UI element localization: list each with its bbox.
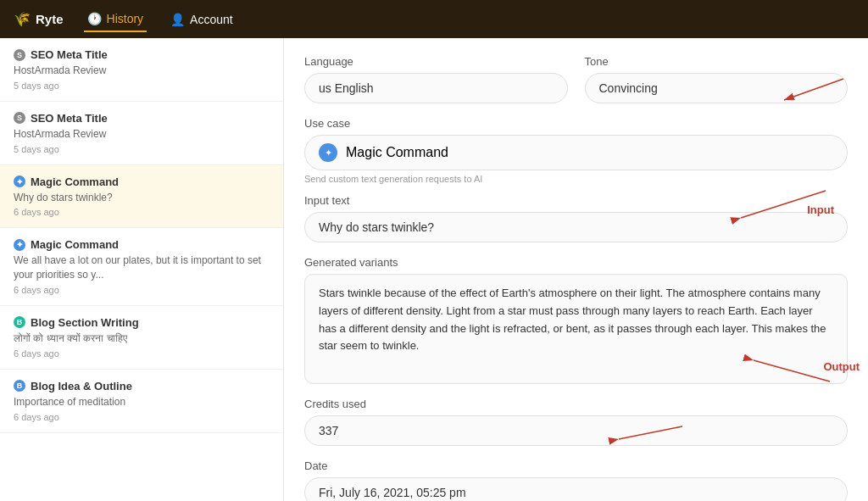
language-input[interactable]: [304, 73, 568, 103]
usecase-value: Magic Command: [346, 145, 448, 160]
item-time: 6 days ago: [14, 207, 270, 217]
item-icon: B: [14, 380, 25, 392]
tone-label: Tone: [585, 55, 849, 68]
tone-group: Tone: [585, 55, 849, 103]
list-item[interactable]: S SEO Meta Title HostArmada Review 5 day…: [0, 102, 283, 165]
list-item[interactable]: ✦ Magic Command Why do stars twinkle? 6 …: [0, 165, 283, 229]
tone-input[interactable]: [585, 73, 849, 103]
generated-group: Generated variants Stars twinkle because…: [304, 256, 848, 384]
item-title: SEO Meta Title: [31, 112, 108, 125]
output-annotation-label: Output: [823, 360, 860, 373]
item-preview: HostArmada Review: [14, 127, 270, 142]
language-group: Language: [304, 55, 568, 103]
history-label: History: [107, 12, 144, 25]
item-preview: Why do stars twinkle?: [14, 191, 270, 205]
language-tone-row: Language Tone: [304, 55, 848, 103]
date-label: Date: [304, 459, 848, 472]
item-preview: Importance of meditation: [14, 395, 270, 409]
input-text-group: Input text: [304, 194, 848, 242]
list-item[interactable]: S SEO Meta Title HostArmada Review 5 day…: [0, 38, 283, 102]
language-label: Language: [304, 55, 568, 68]
item-icon: S: [14, 112, 25, 124]
item-icon: S: [14, 49, 25, 61]
generated-text: Stars twinkle because of the effect of E…: [304, 274, 848, 384]
brand-icon: 🌾: [14, 11, 31, 27]
item-title: Magic Command: [31, 238, 119, 251]
usecase-group: Use case ✦ Magic Command: [304, 117, 848, 170]
input-text-field[interactable]: [304, 212, 848, 242]
item-title: Blog Idea & Outline: [31, 380, 132, 392]
usecase-label: Use case: [304, 117, 848, 130]
brand-label: Ryte: [36, 12, 64, 26]
item-title: Magic Command: [31, 175, 119, 188]
item-time: 5 days ago: [14, 144, 270, 154]
item-preview: We all have a lot on our plates, but it …: [14, 253, 270, 282]
item-preview: HostArmada Review: [14, 64, 270, 78]
history-icon: 🕐: [87, 12, 102, 25]
credits-field: [304, 415, 848, 446]
input-text-label: Input text: [304, 194, 848, 207]
generated-label: Generated variants: [304, 256, 848, 269]
item-icon: ✦: [14, 175, 25, 187]
detail-panel: Language Tone Use case ✦ Magic Command: [284, 38, 868, 501]
item-icon: ✦: [14, 239, 25, 251]
top-navigation: 🌾 Ryte 🕐 History 👤 Account: [0, 0, 868, 38]
main-layout: S SEO Meta Title HostArmada Review 5 day…: [0, 38, 868, 501]
nav-history[interactable]: 🕐 History: [84, 7, 147, 32]
input-annotation-label: Input: [807, 203, 834, 216]
date-group: Date: [304, 459, 848, 501]
brand-logo[interactable]: 🌾 Ryte: [14, 11, 64, 27]
list-item[interactable]: ✦ Magic Command We all have a lot on our…: [0, 228, 283, 306]
credits-label: Credits used: [304, 398, 848, 410]
item-title: SEO Meta Title: [31, 48, 108, 61]
list-item[interactable]: B Blog Section Writing लोगों को ध्यान क्…: [0, 306, 283, 370]
item-time: 6 days ago: [14, 285, 270, 295]
account-icon: 👤: [170, 13, 185, 26]
list-item[interactable]: B Blog Idea & Outline Importance of medi…: [0, 370, 283, 433]
item-preview: लोगों को ध्यान क्यों करना चाहिए: [14, 331, 270, 346]
item-time: 5 days ago: [14, 81, 270, 91]
item-time: 6 days ago: [14, 412, 270, 422]
nav-account[interactable]: 👤 Account: [167, 8, 236, 31]
account-label: Account: [190, 13, 233, 26]
item-time: 6 days ago: [14, 348, 270, 359]
usecase-description: Send custom text generation requests to …: [304, 174, 848, 184]
item-icon: B: [14, 316, 25, 328]
credits-group: Credits used: [304, 398, 848, 446]
usecase-icon: ✦: [319, 143, 337, 162]
sidebar: S SEO Meta Title HostArmada Review 5 day…: [0, 38, 284, 501]
usecase-input[interactable]: ✦ Magic Command: [304, 135, 848, 170]
date-field: [304, 477, 848, 501]
item-title: Blog Section Writing: [31, 316, 139, 329]
